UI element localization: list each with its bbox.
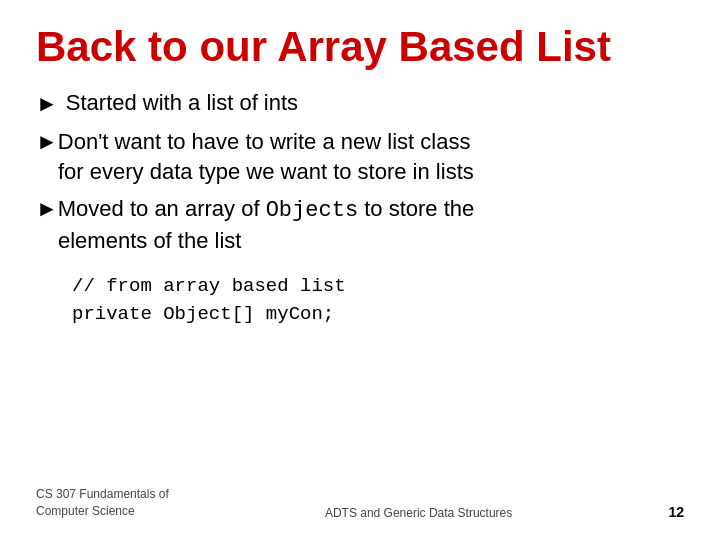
bullet-text-3-suffix: to store the <box>358 196 474 221</box>
bullet-text-3-line1: Moved to an array of Objects to store th… <box>58 194 475 226</box>
slide-footer: CS 307 Fundamentals of Computer Science … <box>36 476 684 520</box>
bullet-marker-3: ► <box>36 194 58 224</box>
footer-page-number: 12 <box>668 504 684 520</box>
bullet-text-3-code: Objects <box>266 198 358 223</box>
slide-content: ► Started with a list of ints ► Don't wa… <box>36 88 684 476</box>
bullet-text-2-line1: Don't want to have to write a new list c… <box>58 127 471 157</box>
footer-left: CS 307 Fundamentals of Computer Science <box>36 486 169 520</box>
bullet-text-2-line2: for every data type we want to store in … <box>36 157 684 187</box>
bullet-marker-1: ► <box>36 89 58 119</box>
footer-center: ADTS and Generic Data Structures <box>325 506 512 520</box>
bullet-marker-2: ► <box>36 127 58 157</box>
footer-left-line2: Computer Science <box>36 504 135 518</box>
slide: Back to our Array Based List ► Started w… <box>0 0 720 540</box>
bullet-text-3-prefix: Moved to an array of <box>58 196 266 221</box>
bullet-item-1: ► Started with a list of ints <box>36 88 684 119</box>
bullet-item-2: ► Don't want to have to write a new list… <box>36 127 684 186</box>
bullet-item-3: ► Moved to an array of Objects to store … <box>36 194 684 255</box>
bullet-text-3-line2: elements of the list <box>36 226 684 256</box>
code-line-2: private Object[] myCon; <box>72 300 684 329</box>
bullet-text-1: Started with a list of ints <box>66 88 684 118</box>
code-block: // from array based list private Object[… <box>72 272 684 329</box>
footer-left-line1: CS 307 Fundamentals of <box>36 487 169 501</box>
code-line-1: // from array based list <box>72 272 684 301</box>
slide-title: Back to our Array Based List <box>36 24 684 70</box>
bullet-list: ► Started with a list of ints ► Don't wa… <box>36 88 684 255</box>
